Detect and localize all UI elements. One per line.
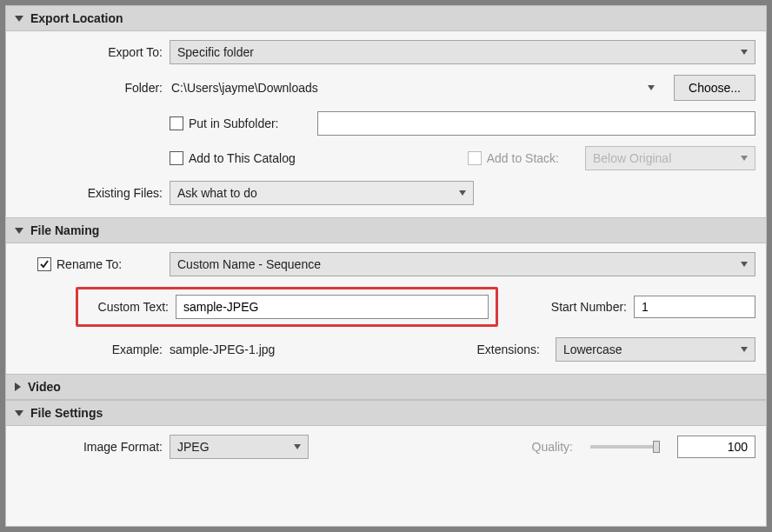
quality-slider[interactable] [590, 445, 660, 449]
chevron-down-icon [459, 190, 466, 196]
put-in-subfolder-label: Put in Subfolder: [189, 116, 279, 130]
rename-scheme-value: Custom Name - Sequence [177, 257, 321, 271]
image-format-select[interactable]: JPEG [170, 435, 309, 459]
rename-scheme-select[interactable]: Custom Name - Sequence [170, 252, 755, 276]
section-title-video: Video [28, 380, 61, 394]
export-to-label: Export To: [17, 45, 170, 59]
section-header-export-location[interactable]: Export Location [6, 6, 766, 31]
existing-files-value: Ask what to do [177, 186, 257, 200]
extensions-label: Extensions: [477, 342, 547, 356]
example-label: Example: [17, 342, 170, 356]
disclosure-right-icon [15, 382, 21, 391]
add-to-stack-select: Below Original [585, 146, 755, 170]
add-to-stack-label: Add to Stack: [487, 151, 559, 165]
export-to-value: Specific folder [177, 45, 254, 59]
chevron-down-icon [741, 347, 748, 352]
chevron-down-icon [741, 50, 748, 55]
section-header-file-settings[interactable]: File Settings [6, 400, 766, 426]
section-title-file-naming: File Naming [30, 223, 99, 237]
extensions-select[interactable]: Lowercase [556, 337, 755, 362]
image-format-value: JPEG [177, 440, 210, 454]
folder-dropdown-icon[interactable] [648, 85, 655, 90]
quality-label: Quality: [532, 440, 573, 454]
put-in-subfolder-checkbox[interactable]: Put in Subfolder: [170, 116, 279, 130]
section-title-export-location: Export Location [30, 11, 123, 25]
add-to-catalog-checkbox[interactable]: Add to This Catalog [170, 151, 296, 165]
image-format-label: Image Format: [17, 440, 170, 454]
chevron-down-icon [294, 444, 301, 449]
choose-button[interactable]: Choose... [674, 75, 755, 101]
export-panel: Export Location Export To: Specific fold… [5, 5, 767, 527]
section-title-file-settings: File Settings [30, 406, 103, 420]
disclosure-down-icon [15, 16, 23, 22]
add-to-stack-checkbox: Add to Stack: [468, 151, 559, 165]
extensions-value: Lowercase [563, 342, 622, 356]
existing-files-label: Existing Files: [17, 186, 170, 200]
start-number-input[interactable] [634, 296, 755, 318]
add-to-stack-value: Below Original [593, 151, 671, 165]
disclosure-down-icon [15, 228, 23, 234]
folder-path-text: C:\Users\jayme\Downloads [170, 81, 636, 95]
add-to-catalog-label: Add to This Catalog [189, 151, 296, 165]
disclosure-down-icon [15, 410, 23, 416]
example-value: sample-JPEG-1.jpg [170, 342, 275, 356]
custom-text-highlight: Custom Text: [76, 287, 498, 327]
start-number-label: Start Number: [551, 300, 634, 314]
section-header-file-naming[interactable]: File Naming [6, 217, 766, 243]
chevron-down-icon [741, 156, 748, 161]
rename-to-checkbox[interactable]: Rename To: [37, 257, 163, 271]
slider-thumb-icon[interactable] [653, 441, 660, 453]
rename-to-label: Rename To: [57, 257, 122, 271]
custom-text-label: Custom Text: [85, 300, 176, 314]
chevron-down-icon [741, 262, 748, 267]
existing-files-select[interactable]: Ask what to do [170, 181, 474, 205]
section-body-file-naming: Rename To: Custom Name - Sequence Custom… [6, 243, 766, 374]
custom-text-input[interactable] [176, 295, 489, 319]
section-body-export-location: Export To: Specific folder Folder: C:\Us… [6, 31, 766, 217]
section-header-video[interactable]: Video [6, 374, 766, 400]
export-to-select[interactable]: Specific folder [170, 40, 755, 64]
section-body-file-settings: Image Format: JPEG Quality: [6, 426, 766, 459]
folder-label: Folder: [17, 81, 170, 95]
quality-input[interactable] [677, 436, 755, 458]
subfolder-input[interactable] [317, 111, 755, 136]
